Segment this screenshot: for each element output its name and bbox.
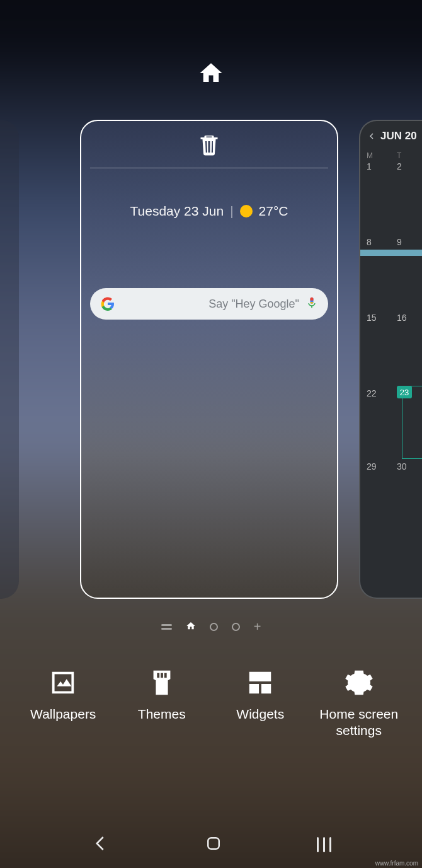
mic-icon[interactable] bbox=[305, 296, 318, 311]
navigation-bar bbox=[0, 834, 422, 855]
home-page-dot[interactable] bbox=[186, 621, 196, 634]
page-indicator[interactable]: + bbox=[0, 620, 422, 634]
weather-date: Tuesday 23 Jun bbox=[130, 204, 224, 219]
calendar-body[interactable]: 12 89 1516 2223 2930 bbox=[367, 159, 422, 472]
recents-button[interactable] bbox=[317, 837, 331, 852]
delete-page-button[interactable] bbox=[90, 130, 328, 168]
watermark: www.frfam.com bbox=[375, 860, 418, 867]
back-button[interactable] bbox=[91, 834, 110, 855]
wallpapers-button[interactable]: Wallpapers bbox=[14, 668, 113, 739]
search-placeholder: Say "Hey Google" bbox=[122, 298, 299, 311]
svg-rect-0 bbox=[208, 838, 219, 849]
page-dot[interactable] bbox=[210, 623, 218, 631]
apps-page-dot[interactable] bbox=[161, 624, 172, 630]
calendar-header[interactable]: JUN 20 bbox=[367, 130, 422, 142]
widgets-label: Widgets bbox=[236, 706, 284, 722]
add-page-button[interactable]: + bbox=[254, 620, 261, 634]
sun-icon bbox=[240, 205, 253, 217]
weather-temp: 27°C bbox=[259, 204, 288, 219]
home-edit-options: Wallpapers Themes Widgets Home screen se… bbox=[0, 668, 422, 739]
home-indicator-icon bbox=[198, 60, 224, 89]
separator: | bbox=[230, 204, 233, 219]
home-button[interactable] bbox=[204, 834, 223, 855]
home-settings-label: Home screen settings bbox=[310, 706, 409, 739]
home-settings-button[interactable]: Home screen settings bbox=[310, 668, 409, 739]
calendar-event bbox=[360, 250, 422, 256]
weather-widget[interactable]: Tuesday 23 Jun | 27°C bbox=[90, 204, 328, 219]
divider bbox=[90, 168, 328, 168]
page-preview-right[interactable]: JUN 20 M T 12 89 1516 2223 2930 bbox=[359, 120, 422, 599]
widgets-button[interactable]: Widgets bbox=[211, 668, 310, 739]
page-dot[interactable] bbox=[232, 623, 240, 631]
google-search-widget[interactable]: Say "Hey Google" bbox=[90, 288, 328, 320]
themes-button[interactable]: Themes bbox=[113, 668, 212, 739]
themes-label: Themes bbox=[138, 706, 186, 722]
page-preview-left[interactable] bbox=[0, 120, 19, 599]
calendar-title: JUN 20 bbox=[380, 130, 417, 142]
google-icon bbox=[100, 296, 115, 311]
wallpapers-label: Wallpapers bbox=[30, 706, 96, 722]
page-preview-main[interactable]: Tuesday 23 Jun | 27°C Say "Hey Google" bbox=[80, 120, 338, 599]
home-pages-carousel[interactable]: Tuesday 23 Jun | 27°C Say "Hey Google" J… bbox=[0, 120, 422, 599]
